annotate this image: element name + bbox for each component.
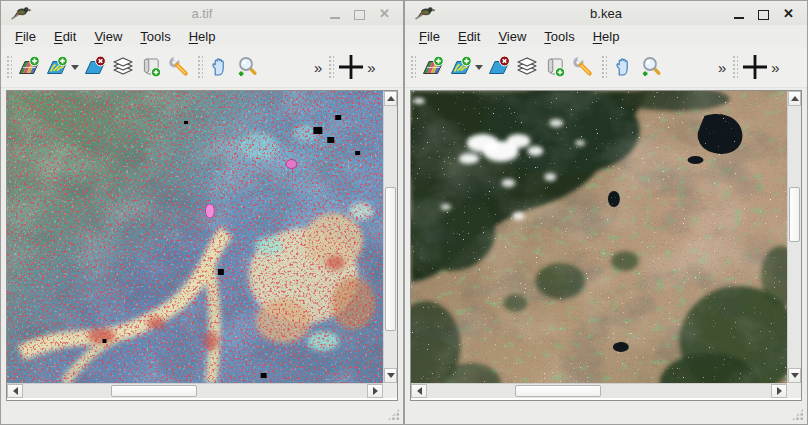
zoom-in-button[interactable] xyxy=(638,53,666,81)
horizontal-scroll-track[interactable] xyxy=(23,384,367,398)
toolbar-overflow-chevron[interactable]: » xyxy=(312,59,324,76)
pan-button[interactable] xyxy=(610,53,638,81)
close-button[interactable]: ✕ xyxy=(378,7,391,20)
down-arrow-icon xyxy=(387,373,395,378)
tuiview-bird-icon xyxy=(413,3,437,23)
left-arrow-icon xyxy=(417,387,422,395)
vector-dropdown-arrow-icon[interactable] xyxy=(475,65,483,70)
resize-grip[interactable] xyxy=(387,408,400,421)
menu-help[interactable]: Help xyxy=(584,27,629,46)
vertical-scroll-thumb[interactable] xyxy=(385,187,396,330)
add-raster-layer-icon xyxy=(421,55,445,79)
titlebar[interactable]: b.kea ✕ xyxy=(405,1,807,25)
maximize-button[interactable] xyxy=(353,7,366,20)
close-button[interactable]: ✕ xyxy=(782,7,795,20)
tuiview-bird-icon xyxy=(9,3,33,23)
vertical-scroll-track[interactable] xyxy=(384,106,397,368)
toolbar-overflow-chevron[interactable]: » xyxy=(769,59,781,76)
preferences-button[interactable] xyxy=(569,53,597,81)
toolbar-drag-handle[interactable] xyxy=(196,54,203,80)
menubar: File Edit View Tools Help xyxy=(405,25,807,47)
minimize-button[interactable] xyxy=(328,7,341,20)
vertical-scroll-track[interactable] xyxy=(788,106,801,368)
raster-viewer xyxy=(410,90,802,401)
zoom-in-button[interactable] xyxy=(234,53,262,81)
vector-dropdown-arrow-icon[interactable] xyxy=(71,65,79,70)
horizontal-scroll-track[interactable] xyxy=(427,384,771,398)
new-query-window-button[interactable] xyxy=(137,53,165,81)
zoom-in-icon xyxy=(640,55,664,79)
scroll-up-button[interactable] xyxy=(384,91,397,106)
window-controls: ✕ xyxy=(328,7,403,20)
scroll-left-button[interactable] xyxy=(411,384,427,398)
crosshair-plus-icon xyxy=(741,53,769,81)
scroll-right-button[interactable] xyxy=(771,384,787,398)
fullres-button[interactable] xyxy=(337,53,365,81)
menu-help[interactable]: Help xyxy=(180,27,225,46)
menu-edit[interactable]: Edit xyxy=(449,27,489,46)
statusbar xyxy=(405,401,807,424)
zoom-in-icon xyxy=(236,55,260,79)
new-query-window-icon xyxy=(139,55,163,79)
vertical-scrollbar[interactable] xyxy=(383,91,397,383)
right-arrow-icon xyxy=(777,387,782,395)
new-query-window-button[interactable] xyxy=(541,53,569,81)
up-arrow-icon xyxy=(791,96,799,101)
add-vector-layer-icon xyxy=(449,55,473,79)
window-b-kea: b.kea ✕ File Edit View Tools Help xyxy=(404,0,808,425)
menu-tools[interactable]: Tools xyxy=(535,27,583,46)
remove-layer-button[interactable] xyxy=(485,53,513,81)
menu-tools[interactable]: Tools xyxy=(131,27,179,46)
menu-view[interactable]: View xyxy=(489,27,535,46)
new-query-window-icon xyxy=(543,55,567,79)
right-arrow-icon xyxy=(373,387,378,395)
layer-stack-button[interactable] xyxy=(109,53,137,81)
desktop: a.tif ✕ File Edit View Tools Help xyxy=(0,0,808,425)
menu-file[interactable]: File xyxy=(6,27,45,46)
scroll-down-button[interactable] xyxy=(384,368,397,383)
add-vector-layer-button[interactable] xyxy=(43,53,71,81)
crosshair-plus-icon xyxy=(337,53,365,81)
window-controls: ✕ xyxy=(732,7,807,20)
resize-grip[interactable] xyxy=(791,408,804,421)
vertical-scrollbar[interactable] xyxy=(787,91,801,383)
toolbar: » » xyxy=(1,47,403,88)
menu-view[interactable]: View xyxy=(85,27,131,46)
remove-layer-icon xyxy=(487,55,511,79)
vertical-scroll-thumb[interactable] xyxy=(789,187,800,241)
horizontal-scroll-thumb[interactable] xyxy=(111,385,197,397)
toolbar-drag-handle[interactable] xyxy=(327,54,334,80)
pan-button[interactable] xyxy=(206,53,234,81)
scroll-left-button[interactable] xyxy=(7,384,23,398)
add-vector-layer-button[interactable] xyxy=(447,53,475,81)
toolbar-drag-handle[interactable] xyxy=(731,54,738,80)
menu-file[interactable]: File xyxy=(410,27,449,46)
add-raster-layer-button[interactable] xyxy=(419,53,447,81)
raster-viewer xyxy=(6,90,398,401)
window-a-tif: a.tif ✕ File Edit View Tools Help xyxy=(0,0,404,425)
raster-canvas-true-colour[interactable] xyxy=(411,91,787,383)
horizontal-scrollbar[interactable] xyxy=(7,383,383,398)
preferences-button[interactable] xyxy=(165,53,193,81)
add-raster-layer-button[interactable] xyxy=(15,53,43,81)
toolbar-drag-handle[interactable] xyxy=(5,54,12,80)
horizontal-scroll-thumb[interactable] xyxy=(515,385,601,397)
raster-canvas-false-colour[interactable] xyxy=(7,91,383,383)
toolbar-overflow-chevron[interactable]: » xyxy=(365,59,377,76)
titlebar[interactable]: a.tif ✕ xyxy=(1,1,403,25)
fullres-button[interactable] xyxy=(741,53,769,81)
remove-layer-button[interactable] xyxy=(81,53,109,81)
scroll-right-button[interactable] xyxy=(367,384,383,398)
horizontal-scrollbar[interactable] xyxy=(411,383,787,398)
toolbar-overflow-chevron[interactable]: » xyxy=(716,59,728,76)
menu-edit[interactable]: Edit xyxy=(45,27,85,46)
layer-stack-button[interactable] xyxy=(513,53,541,81)
toolbar-drag-handle[interactable] xyxy=(600,54,607,80)
wrench-icon xyxy=(167,55,191,79)
scrollbar-corner xyxy=(383,383,397,398)
minimize-button[interactable] xyxy=(732,7,745,20)
toolbar-drag-handle[interactable] xyxy=(409,54,416,80)
scroll-down-button[interactable] xyxy=(788,368,801,383)
scroll-up-button[interactable] xyxy=(788,91,801,106)
maximize-button[interactable] xyxy=(757,7,770,20)
